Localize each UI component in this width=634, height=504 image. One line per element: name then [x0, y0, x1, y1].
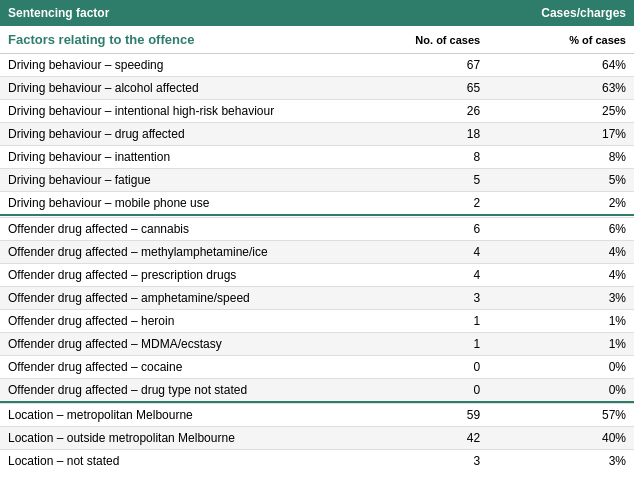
table-row: Offender drug affected – drug type not s…	[0, 378, 634, 402]
table-row: Offender drug affected – MDMA/ecstasy 1 …	[0, 332, 634, 355]
factor-label: Driving behaviour – alcohol affected	[0, 77, 349, 100]
cases-value: 65	[349, 77, 488, 100]
factor-label: Offender drug affected – MDMA/ecstasy	[0, 332, 349, 355]
table-row: Offender drug affected – cocaine 0 0%	[0, 355, 634, 378]
table-row: Driving behaviour – inattention 8 8%	[0, 146, 634, 169]
cases-value: 3	[349, 450, 488, 473]
factor-label: Offender drug affected – heroin	[0, 309, 349, 332]
cases-value: 2	[349, 192, 488, 216]
cases-value: 18	[349, 123, 488, 146]
factor-label: Driving behaviour – drug affected	[0, 123, 349, 146]
pct-value: 5%	[488, 169, 634, 192]
cases-value: 59	[349, 404, 488, 427]
pct-value: 6%	[488, 217, 634, 240]
table-row: Driving behaviour – drug affected 18 17%	[0, 123, 634, 146]
table-row: Driving behaviour – intentional high-ris…	[0, 100, 634, 123]
factor-label: Driving behaviour – inattention	[0, 146, 349, 169]
pct-value: 57%	[488, 404, 634, 427]
pct-value: 4%	[488, 263, 634, 286]
pct-value: 40%	[488, 427, 634, 450]
factor-label: Offender drug affected – drug type not s…	[0, 378, 349, 402]
pct-value: 2%	[488, 192, 634, 216]
cases-value: 5	[349, 169, 488, 192]
pct-value: 63%	[488, 77, 634, 100]
cases-value: 4	[349, 240, 488, 263]
factor-label: Location – outside metropolitan Melbourn…	[0, 427, 349, 450]
table-row: Offender drug affected – methylamphetami…	[0, 240, 634, 263]
header-cases-charges: Cases/charges	[349, 0, 634, 26]
header-no-of-cases: No. of cases	[349, 26, 488, 54]
pct-value: 17%	[488, 123, 634, 146]
header-factor-sub: Factors relating to the offence	[0, 26, 349, 54]
table-row: Driving behaviour – alcohol affected 65 …	[0, 77, 634, 100]
pct-value: 3%	[488, 286, 634, 309]
cases-value: 8	[349, 146, 488, 169]
cases-value: 0	[349, 355, 488, 378]
factor-label: Driving behaviour – speeding	[0, 54, 349, 77]
pct-value: 1%	[488, 332, 634, 355]
factor-label: Driving behaviour – intentional high-ris…	[0, 100, 349, 123]
table-row: Location – outside metropolitan Melbourn…	[0, 427, 634, 450]
pct-value: 3%	[488, 450, 634, 473]
pct-value: 4%	[488, 240, 634, 263]
pct-value: 0%	[488, 378, 634, 402]
cases-value: 6	[349, 217, 488, 240]
table-row: Driving behaviour – speeding 67 64%	[0, 54, 634, 77]
factor-label: Location – not stated	[0, 450, 349, 473]
table-row: Offender drug affected – cannabis 6 6%	[0, 217, 634, 240]
pct-value: 64%	[488, 54, 634, 77]
table-row: Offender drug affected – heroin 1 1%	[0, 309, 634, 332]
cases-value: 67	[349, 54, 488, 77]
cases-value: 4	[349, 263, 488, 286]
cases-value: 0	[349, 378, 488, 402]
table-row: Driving behaviour – fatigue 5 5%	[0, 169, 634, 192]
factor-label: Driving behaviour – mobile phone use	[0, 192, 349, 216]
pct-value: 8%	[488, 146, 634, 169]
cases-value: 1	[349, 309, 488, 332]
table-row: Location – metropolitan Melbourne 59 57%	[0, 404, 634, 427]
factor-label: Driving behaviour – fatigue	[0, 169, 349, 192]
cases-value: 26	[349, 100, 488, 123]
cases-value: 42	[349, 427, 488, 450]
factor-label: Offender drug affected – prescription dr…	[0, 263, 349, 286]
header-pct-of-cases: % of cases	[488, 26, 634, 54]
factor-label: Offender drug affected – cocaine	[0, 355, 349, 378]
pct-value: 25%	[488, 100, 634, 123]
header-sentencing-factor: Sentencing factor	[0, 0, 349, 26]
factor-label: Offender drug affected – amphetamine/spe…	[0, 286, 349, 309]
table-row: Offender drug affected – amphetamine/spe…	[0, 286, 634, 309]
cases-value: 3	[349, 286, 488, 309]
table-row: Offender drug affected – prescription dr…	[0, 263, 634, 286]
cases-value: 1	[349, 332, 488, 355]
table-row: Location – not stated 3 3%	[0, 450, 634, 473]
factor-label: Offender drug affected – cannabis	[0, 217, 349, 240]
pct-value: 1%	[488, 309, 634, 332]
pct-value: 0%	[488, 355, 634, 378]
factor-label: Offender drug affected – methylamphetami…	[0, 240, 349, 263]
table-row: Driving behaviour – mobile phone use 2 2…	[0, 192, 634, 216]
factor-label: Location – metropolitan Melbourne	[0, 404, 349, 427]
